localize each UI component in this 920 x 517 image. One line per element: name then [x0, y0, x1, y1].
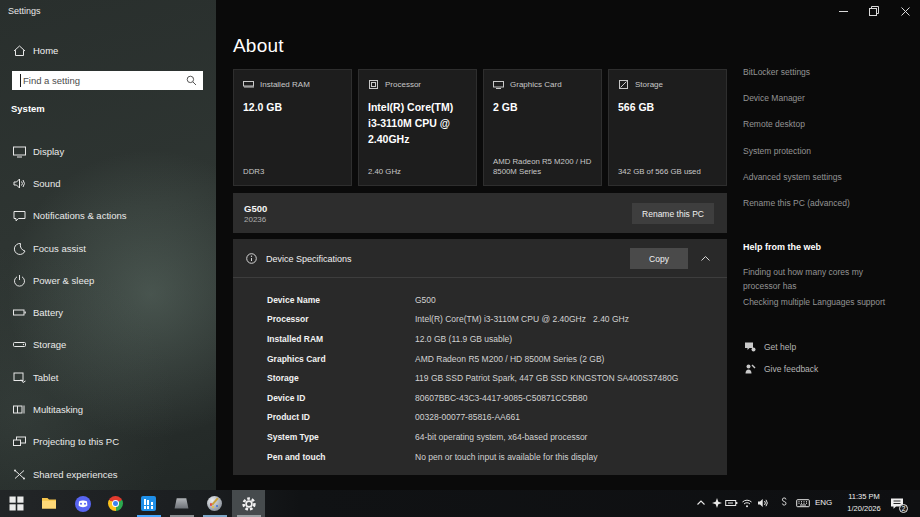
- get-help-link[interactable]: Get help: [744, 341, 796, 353]
- give-feedback-link[interactable]: Give feedback: [744, 363, 818, 375]
- tablet-icon: [12, 370, 27, 385]
- tray-keyboard-icon[interactable]: [796, 497, 808, 509]
- discord-icon[interactable]: [75, 496, 91, 512]
- link-bitlocker-settings[interactable]: BitLocker settings: [743, 67, 810, 77]
- minimize-button[interactable]: [836, 4, 850, 18]
- settings-window: Settings Home Find a setting System Disp…: [0, 0, 920, 517]
- notification-badge: 2: [899, 504, 908, 513]
- tray-network-icon[interactable]: [741, 497, 753, 509]
- spec-table: Device NameG500 ProcessorIntel(R) Core(T…: [267, 290, 719, 466]
- link-advanced-system-settings[interactable]: Advanced system settings: [743, 172, 842, 182]
- sidebar-item-shared-experiences[interactable]: Shared experiences: [0, 458, 216, 490]
- give-feedback-icon: [744, 363, 756, 375]
- spec-row: Installed RAM12.0 GB (11.9 GB usable): [267, 329, 719, 349]
- spec-row: ProcessorIntel(R) Core(TM) i3-3110M CPU …: [267, 310, 719, 330]
- sidebar-section-header: System: [11, 103, 45, 114]
- search-icon[interactable]: [186, 75, 197, 86]
- sidebar-item-home[interactable]: Home: [0, 40, 216, 60]
- link-system-protection[interactable]: System protection: [743, 146, 811, 156]
- link-rename-pc-advanced[interactable]: Rename this PC (advanced): [743, 198, 850, 208]
- sidebar-item-sound[interactable]: Sound: [0, 167, 216, 199]
- ram-icon: [243, 79, 254, 90]
- sidebar: Settings Home Find a setting System Disp…: [0, 0, 216, 490]
- spec-row: Graphics CardAMD Radeon R5 M200 / HD 850…: [267, 349, 719, 369]
- spec-cards: Installed RAM 12.0 GB DDR3 Processor Int…: [233, 69, 727, 186]
- cpu-icon: [368, 79, 379, 90]
- chevron-up-icon[interactable]: [700, 254, 711, 263]
- sidebar-item-battery[interactable]: Battery: [0, 296, 216, 328]
- help-link-cores[interactable]: Finding out how many cores my processor …: [743, 266, 893, 293]
- sidebar-nav: Display Sound Notifications & actions Fo…: [0, 135, 216, 490]
- tray-volume-icon[interactable]: [757, 497, 769, 509]
- display-icon: [12, 144, 27, 159]
- search-placeholder: Find a setting: [23, 75, 80, 86]
- tray-language[interactable]: ENG: [815, 498, 832, 507]
- sidebar-item-display[interactable]: Display: [0, 135, 216, 167]
- tray-battery-icon[interactable]: [725, 497, 737, 509]
- restore-button[interactable]: [867, 4, 881, 18]
- settings-gear-icon[interactable]: [241, 496, 257, 512]
- spec-row: Device NameG500: [267, 290, 719, 310]
- sidebar-item-tablet[interactable]: Tablet: [0, 361, 216, 393]
- text-caret: [20, 74, 21, 87]
- drive-icon: [618, 79, 629, 90]
- storage-icon: [12, 337, 27, 352]
- file-explorer-icon[interactable]: [41, 496, 57, 512]
- link-remote-desktop[interactable]: Remote desktop: [743, 119, 805, 129]
- multitasking-icon: [12, 402, 27, 417]
- copy-button[interactable]: Copy: [630, 248, 688, 269]
- get-help-icon: [744, 341, 756, 353]
- sidebar-item-storage[interactable]: Storage: [0, 329, 216, 361]
- card-storage: Storage 566 GB 342 GB of 566 GB used: [608, 69, 727, 186]
- battery-icon: [12, 305, 27, 320]
- sidebar-item-projecting[interactable]: Projecting to this PC: [0, 426, 216, 458]
- analytics-app-icon[interactable]: [141, 496, 157, 512]
- paint-app-icon[interactable]: [207, 496, 223, 512]
- page-title: About: [233, 35, 284, 57]
- chrome-icon[interactable]: [108, 496, 124, 512]
- sidebar-item-power-sleep[interactable]: Power & sleep: [0, 264, 216, 296]
- link-device-manager[interactable]: Device Manager: [743, 93, 805, 103]
- sidebar-item-multitasking[interactable]: Multitasking: [0, 393, 216, 425]
- system-app-icon[interactable]: [174, 496, 190, 512]
- spec-row: System Type64-bit operating system, x64-…: [267, 427, 719, 447]
- card-graphics: Graphics Card 2 GB AMD Radeon R5 M200 / …: [483, 69, 602, 186]
- start-button-icon[interactable]: [9, 496, 25, 512]
- search-input[interactable]: Find a setting: [12, 71, 203, 90]
- spec-row: Pen and touchNo pen or touch input is av…: [267, 447, 719, 467]
- tray-hardware-icon[interactable]: [711, 497, 723, 509]
- sidebar-item-notifications[interactable]: Notifications & actions: [0, 200, 216, 232]
- device-specifications-header: Device Specifications Copy: [233, 239, 727, 278]
- sidebar-item-focus-assist[interactable]: Focus assist: [0, 232, 216, 264]
- spec-row: Storage119 GB SSD Patriot Spark, 447 GB …: [267, 368, 719, 388]
- sound-icon: [12, 176, 27, 191]
- help-link-languages[interactable]: Checking multiple Languages support: [743, 297, 885, 307]
- power-icon: [12, 273, 27, 288]
- tray-clock[interactable]: 11:35 PM 1/20/2026: [833, 492, 895, 513]
- home-icon: [12, 43, 27, 58]
- info-icon: [246, 253, 257, 264]
- notifications-icon: [12, 208, 27, 223]
- rename-pc-button[interactable]: Rename this PC: [632, 203, 714, 224]
- shared-experiences-icon: [12, 467, 27, 482]
- gpu-icon: [493, 79, 504, 90]
- spec-row: Device ID80607BBC-43C3-4417-9085-C50871C…: [267, 388, 719, 408]
- device-specifications-panel: Device Specifications Copy Device NameG5…: [233, 239, 727, 475]
- card-processor: Processor Intel(R) Core(TM) i3-3110M CPU…: [358, 69, 477, 186]
- focus-assist-icon: [12, 241, 27, 256]
- window-title: Settings: [8, 6, 41, 16]
- device-name-panel: G500 20236 Rename this PC: [233, 193, 727, 233]
- help-from-web-header: Help from the web: [743, 242, 821, 252]
- spec-row: Product ID00328-00077-85816-AA661: [267, 408, 719, 428]
- projecting-icon: [12, 434, 27, 449]
- close-button[interactable]: [898, 4, 912, 18]
- card-installed-ram: Installed RAM 12.0 GB DDR3: [233, 69, 352, 186]
- home-label: Home: [33, 45, 58, 56]
- tray-pen-icon[interactable]: [778, 497, 790, 509]
- tray-chevron-up-icon[interactable]: [695, 497, 707, 509]
